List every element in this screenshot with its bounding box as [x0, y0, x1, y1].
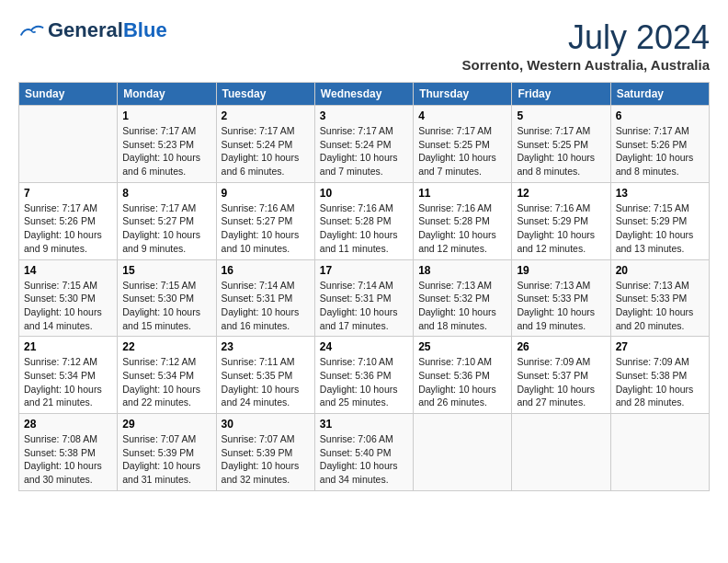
cell-content: Sunrise: 7:12 AMSunset: 5:34 PMDaylight:…	[24, 355, 112, 409]
cell-content: Sunrise: 7:16 AMSunset: 5:29 PMDaylight:…	[517, 201, 605, 256]
calendar-cell: 1Sunrise: 7:17 AMSunset: 5:23 PMDaylight…	[118, 106, 216, 183]
calendar-cell: 17Sunrise: 7:14 AMSunset: 5:31 PMDayligh…	[314, 259, 413, 337]
calendar-cell: 21Sunrise: 7:12 AMSunset: 5:34 PMDayligh…	[19, 337, 118, 414]
calendar-cell: 26Sunrise: 7:09 AMSunset: 5:37 PMDayligh…	[512, 337, 610, 414]
calendar-cell: 15Sunrise: 7:15 AMSunset: 5:30 PMDayligh…	[118, 259, 216, 337]
day-number: 3	[320, 109, 408, 122]
calendar-cell: 11Sunrise: 7:16 AMSunset: 5:28 PMDayligh…	[414, 182, 512, 259]
calendar-week-row: 21Sunrise: 7:12 AMSunset: 5:34 PMDayligh…	[19, 337, 710, 414]
cell-content: Sunrise: 7:17 AMSunset: 5:24 PMDaylight:…	[320, 124, 408, 178]
calendar-cell: 14Sunrise: 7:15 AMSunset: 5:30 PMDayligh…	[19, 259, 118, 337]
day-number: 12	[517, 187, 605, 200]
day-number: 18	[418, 264, 506, 277]
day-number: 4	[418, 109, 506, 122]
calendar-cell: 23Sunrise: 7:11 AMSunset: 5:35 PMDayligh…	[216, 337, 314, 414]
cell-content: Sunrise: 7:10 AMSunset: 5:36 PMDaylight:…	[320, 355, 408, 409]
calendar-cell: 6Sunrise: 7:17 AMSunset: 5:26 PMDaylight…	[610, 106, 709, 183]
day-number: 28	[24, 418, 112, 431]
calendar-week-row: 1Sunrise: 7:17 AMSunset: 5:23 PMDaylight…	[19, 106, 710, 183]
calendar-cell: 2Sunrise: 7:17 AMSunset: 5:24 PMDaylight…	[216, 106, 314, 183]
logo-general: General	[48, 18, 123, 41]
cell-content: Sunrise: 7:08 AMSunset: 5:38 PMDaylight:…	[24, 432, 112, 487]
day-number: 26	[517, 340, 605, 353]
cell-content: Sunrise: 7:16 AMSunset: 5:28 PMDaylight:…	[320, 201, 408, 256]
day-number: 23	[222, 340, 310, 353]
calendar-cell: 30Sunrise: 7:07 AMSunset: 5:39 PMDayligh…	[216, 414, 314, 491]
cell-content: Sunrise: 7:16 AMSunset: 5:27 PMDaylight:…	[222, 201, 310, 256]
calendar-cell: 27Sunrise: 7:09 AMSunset: 5:38 PMDayligh…	[610, 337, 709, 414]
day-number: 30	[222, 418, 310, 431]
cell-content: Sunrise: 7:14 AMSunset: 5:31 PMDaylight:…	[320, 279, 408, 333]
day-number: 17	[320, 264, 408, 277]
cell-content: Sunrise: 7:15 AMSunset: 5:29 PMDaylight:…	[616, 201, 704, 256]
calendar-table: SundayMondayTuesdayWednesdayThursdayFrid…	[18, 82, 710, 491]
cell-content: Sunrise: 7:13 AMSunset: 5:32 PMDaylight:…	[418, 279, 506, 333]
calendar-cell: 3Sunrise: 7:17 AMSunset: 5:24 PMDaylight…	[314, 106, 413, 183]
calendar-cell: 12Sunrise: 7:16 AMSunset: 5:29 PMDayligh…	[512, 182, 610, 259]
calendar-cell: 13Sunrise: 7:15 AMSunset: 5:29 PMDayligh…	[610, 182, 709, 259]
day-number: 14	[24, 264, 112, 277]
cell-content: Sunrise: 7:06 AMSunset: 5:40 PMDaylight:…	[320, 432, 408, 487]
weekday-header-thursday: Thursday	[414, 83, 512, 106]
calendar-cell: 5Sunrise: 7:17 AMSunset: 5:25 PMDaylight…	[512, 106, 610, 183]
cell-content: Sunrise: 7:12 AMSunset: 5:34 PMDaylight:…	[122, 355, 210, 409]
logo-icon	[18, 21, 44, 40]
day-number: 16	[222, 264, 310, 277]
day-number: 2	[222, 109, 310, 122]
weekday-header-saturday: Saturday	[610, 83, 709, 106]
weekday-header-monday: Monday	[118, 83, 216, 106]
calendar-cell	[19, 106, 118, 183]
day-number: 13	[616, 187, 704, 200]
cell-content: Sunrise: 7:07 AMSunset: 5:39 PMDaylight:…	[122, 432, 210, 487]
day-number: 11	[418, 187, 506, 200]
day-number: 8	[122, 187, 210, 200]
day-number: 24	[320, 340, 408, 353]
cell-content: Sunrise: 7:17 AMSunset: 5:26 PMDaylight:…	[616, 124, 704, 178]
cell-content: Sunrise: 7:09 AMSunset: 5:38 PMDaylight:…	[616, 355, 704, 409]
location-title: Sorrento, Western Australia, Australia	[461, 57, 710, 73]
day-number: 5	[517, 109, 605, 122]
weekday-header-wednesday: Wednesday	[314, 83, 413, 106]
cell-content: Sunrise: 7:15 AMSunset: 5:30 PMDaylight:…	[24, 279, 112, 333]
calendar-cell: 25Sunrise: 7:10 AMSunset: 5:36 PMDayligh…	[414, 337, 512, 414]
cell-content: Sunrise: 7:17 AMSunset: 5:24 PMDaylight:…	[222, 124, 310, 178]
calendar-cell: 16Sunrise: 7:14 AMSunset: 5:31 PMDayligh…	[216, 259, 314, 337]
day-number: 22	[122, 340, 210, 353]
calendar-cell: 7Sunrise: 7:17 AMSunset: 5:26 PMDaylight…	[19, 182, 118, 259]
calendar-cell: 22Sunrise: 7:12 AMSunset: 5:34 PMDayligh…	[118, 337, 216, 414]
calendar-cell	[610, 414, 709, 491]
calendar-cell: 29Sunrise: 7:07 AMSunset: 5:39 PMDayligh…	[118, 414, 216, 491]
day-number: 20	[616, 264, 704, 277]
day-number: 19	[517, 264, 605, 277]
calendar-cell: 18Sunrise: 7:13 AMSunset: 5:32 PMDayligh…	[414, 259, 512, 337]
cell-content: Sunrise: 7:13 AMSunset: 5:33 PMDaylight:…	[517, 279, 605, 333]
day-number: 10	[320, 187, 408, 200]
day-number: 21	[24, 340, 112, 353]
cell-content: Sunrise: 7:17 AMSunset: 5:27 PMDaylight:…	[122, 201, 210, 256]
cell-content: Sunrise: 7:17 AMSunset: 5:26 PMDaylight:…	[24, 201, 112, 256]
cell-content: Sunrise: 7:14 AMSunset: 5:31 PMDaylight:…	[222, 279, 310, 333]
calendar-cell: 31Sunrise: 7:06 AMSunset: 5:40 PMDayligh…	[314, 414, 413, 491]
calendar-week-row: 14Sunrise: 7:15 AMSunset: 5:30 PMDayligh…	[19, 259, 710, 337]
day-number: 27	[616, 340, 704, 353]
cell-content: Sunrise: 7:13 AMSunset: 5:33 PMDaylight:…	[616, 279, 704, 333]
month-year-title: July 2024	[461, 18, 710, 57]
cell-content: Sunrise: 7:11 AMSunset: 5:35 PMDaylight:…	[222, 355, 310, 409]
day-number: 7	[24, 187, 112, 200]
weekday-header-row: SundayMondayTuesdayWednesdayThursdayFrid…	[19, 83, 710, 106]
calendar-cell: 4Sunrise: 7:17 AMSunset: 5:25 PMDaylight…	[414, 106, 512, 183]
calendar-cell: 20Sunrise: 7:13 AMSunset: 5:33 PMDayligh…	[610, 259, 709, 337]
calendar-cell: 9Sunrise: 7:16 AMSunset: 5:27 PMDaylight…	[216, 182, 314, 259]
calendar-week-row: 7Sunrise: 7:17 AMSunset: 5:26 PMDaylight…	[19, 182, 710, 259]
cell-content: Sunrise: 7:17 AMSunset: 5:23 PMDaylight:…	[122, 124, 210, 178]
day-number: 29	[122, 418, 210, 431]
cell-content: Sunrise: 7:07 AMSunset: 5:39 PMDaylight:…	[222, 432, 310, 487]
cell-content: Sunrise: 7:15 AMSunset: 5:30 PMDaylight:…	[122, 279, 210, 333]
day-number: 31	[320, 418, 408, 431]
calendar-cell: 8Sunrise: 7:17 AMSunset: 5:27 PMDaylight…	[118, 182, 216, 259]
logo-blue: Blue	[123, 18, 167, 41]
cell-content: Sunrise: 7:17 AMSunset: 5:25 PMDaylight:…	[418, 124, 506, 178]
weekday-header-sunday: Sunday	[19, 83, 118, 106]
header: GeneralBlue July 2024 Sorrento, Western …	[18, 18, 710, 73]
calendar-cell	[512, 414, 610, 491]
